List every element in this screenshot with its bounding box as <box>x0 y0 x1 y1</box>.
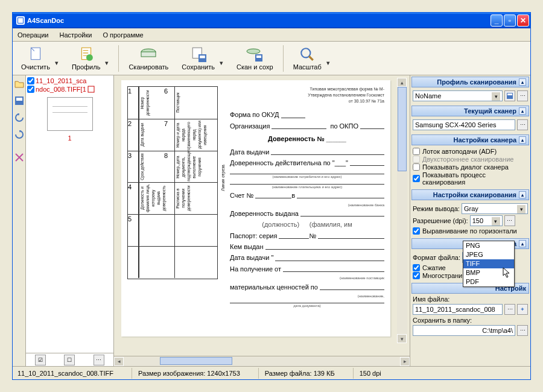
menubar: Операции Настройки О программе <box>13 28 530 42</box>
scan-options-header[interactable]: Настройки сканирования▴ <box>411 189 529 200</box>
document-preview[interactable]: 1Номер доверенности6Поставщик 2Дата выда… <box>121 80 390 337</box>
svg-rect-7 <box>200 55 205 58</box>
scroll-down-button[interactable]: ▾ <box>397 334 407 343</box>
profile-more-button[interactable]: ⋯ <box>517 90 528 101</box>
scroll-right-button[interactable]: ▸ <box>400 357 410 366</box>
collapse-icon[interactable]: ▴ <box>519 240 526 247</box>
show-dialog-checkbox[interactable]: Показывать диалог сканера <box>413 163 528 171</box>
separator <box>118 45 119 72</box>
filename-add-button[interactable]: + <box>517 304 528 315</box>
status-file-size: Размер файла: 139 КБ <box>258 368 335 379</box>
clear-dropdown[interactable]: ▾ <box>55 49 61 67</box>
scanner-name: Samsung SCX-4200 Series <box>413 119 515 130</box>
file-checkbox[interactable] <box>27 77 34 84</box>
disk-save-icon[interactable] <box>14 96 24 106</box>
scroll-left-button[interactable]: ◂ <box>114 357 124 366</box>
app-window: A4ScanDoc _ ▫ ✕ Операции Настройки О про… <box>12 12 531 380</box>
zoom-label: Масштаб <box>293 63 322 71</box>
scan-button[interactable]: Сканировать <box>122 43 174 74</box>
horizontal-scrollbar[interactable]: ◂ ▸ <box>114 356 410 366</box>
doc-table: 1Номер доверенности6Поставщик 2Дата выда… <box>127 86 218 279</box>
svg-rect-16 <box>507 93 512 95</box>
zoom-button[interactable]: Масштаб <box>287 43 328 74</box>
collapse-icon[interactable]: ▴ <box>519 136 526 144</box>
page-icon <box>27 46 44 62</box>
save-icon <box>190 46 207 62</box>
delete-icon[interactable] <box>14 153 24 162</box>
clear-button[interactable]: Очистить <box>15 43 56 74</box>
format-option-jpeg[interactable]: JPEG <box>463 250 514 259</box>
file-checkbox[interactable] <box>27 86 34 93</box>
svg-rect-4 <box>141 52 156 57</box>
svg-point-2 <box>86 54 93 61</box>
app-logo-icon <box>16 16 25 25</box>
statusbar: 11_10_2011_scandoc_008.TIFF Размер изобр… <box>13 366 530 379</box>
check-all-button[interactable]: ☑ <box>35 355 46 365</box>
rotate-left-icon[interactable] <box>14 113 24 122</box>
save-folder-label: Сохранить в папку: <box>413 317 528 324</box>
adf-checkbox[interactable]: Лоток автоподачи (ADF) <box>413 148 528 155</box>
file-name: 11_10_2011_sca <box>36 77 86 84</box>
profile-save-button[interactable] <box>504 90 515 101</box>
menu-settings[interactable]: Настройки <box>57 30 94 40</box>
output-mode-select[interactable]: Gray <box>462 203 528 214</box>
folder-open-icon[interactable] <box>14 79 24 89</box>
zoom-dropdown[interactable]: ▾ <box>326 49 332 67</box>
collapse-icon[interactable]: ▴ <box>519 107 526 115</box>
scansave-button[interactable]: Скан и сохр <box>230 43 279 74</box>
page-thumbnail[interactable] <box>47 97 93 131</box>
format-option-png[interactable]: PNG <box>463 241 514 250</box>
scroll-up-button[interactable]: ▴ <box>397 78 407 87</box>
svg-rect-14 <box>88 86 94 92</box>
menu-about[interactable]: О программе <box>100 30 145 40</box>
collapse-icon[interactable]: ▴ <box>519 191 526 198</box>
scanner-header[interactable]: Текущий сканер▴ <box>411 106 529 116</box>
rotate-right-icon[interactable] <box>14 130 24 139</box>
save-folder-browse-button[interactable]: ⋯ <box>517 325 528 336</box>
filename-input[interactable]: 11_10_2011_scandoc_008 <box>413 304 503 315</box>
options-button[interactable]: ⋯ <box>94 355 104 365</box>
scroll-thumb[interactable] <box>398 87 407 171</box>
scansave-label: Скан и сохр <box>237 63 273 71</box>
collapse-icon[interactable]: ▴ <box>519 78 526 86</box>
magnifier-icon <box>299 46 316 62</box>
dpi-select[interactable]: 150 <box>470 215 503 226</box>
minimize-button[interactable]: _ <box>491 14 503 27</box>
scroll-thumb[interactable] <box>160 357 232 365</box>
left-toolbar <box>13 75 26 366</box>
profile-select[interactable]: NoName <box>413 90 503 101</box>
format-option-bmp[interactable]: BMP <box>463 268 514 277</box>
output-mode-label: Режим вывода: <box>413 205 460 212</box>
format-option-pdf[interactable]: PDF <box>463 277 514 286</box>
menu-operations[interactable]: Операции <box>15 30 51 40</box>
profile-dropdown[interactable]: ▾ <box>105 49 111 67</box>
file-format-dropdown-list[interactable]: PNG JPEG TIFF BMP PDF <box>463 241 515 287</box>
profile-label: Профиль <box>72 63 101 71</box>
clear-label: Очистить <box>21 63 50 71</box>
dpi-more-button[interactable]: ⋯ <box>504 215 515 226</box>
vertical-scrollbar[interactable]: ▴ ▾ <box>397 78 407 343</box>
filename-more-button[interactable]: ⋯ <box>504 304 515 315</box>
h-align-checkbox[interactable]: Выравнивание по горизонтали <box>413 227 528 235</box>
file-format-label: Формат файла: <box>413 254 460 261</box>
file-item[interactable]: ndoc_008.TIFF[1 <box>27 85 112 93</box>
scan-profile-header[interactable]: Профиль сканирования▴ <box>411 77 529 87</box>
format-option-tiff[interactable]: TIFF <box>463 259 514 268</box>
profile-button[interactable]: Профиль <box>66 43 107 74</box>
file-item[interactable]: 11_10_2011_sca <box>27 77 112 85</box>
scanner-browse-button[interactable]: ⋯ <box>517 119 528 130</box>
right-panel: Профиль сканирования▴ NoName ⋯ Текущий с… <box>410 75 530 366</box>
save-button[interactable]: Сохранить <box>176 43 221 74</box>
file-list-panel: 11_10_2011_sca ndoc_008.TIFF[1 1 ☑ ☐ ⋯ <box>26 75 114 366</box>
filename-label: Имя файла: <box>413 296 528 303</box>
status-filename: 11_10_2011_scandoc_008.TIFF <box>15 368 113 379</box>
save-dropdown[interactable]: ▾ <box>220 49 226 67</box>
uncheck-all-button[interactable]: ☐ <box>64 355 75 365</box>
close-button[interactable]: ✕ <box>517 14 529 27</box>
show-process-checkbox[interactable]: Показывать процесс сканирования <box>413 171 528 186</box>
maximize-button[interactable]: ▫ <box>504 14 516 27</box>
save-folder-input[interactable]: C:\tmp\a4\ <box>413 325 515 336</box>
file-name: ndoc_008.TIFF[1 <box>36 86 86 93</box>
svg-point-11 <box>301 48 310 57</box>
scanner-settings-header[interactable]: Настройки сканера▴ <box>411 134 529 145</box>
